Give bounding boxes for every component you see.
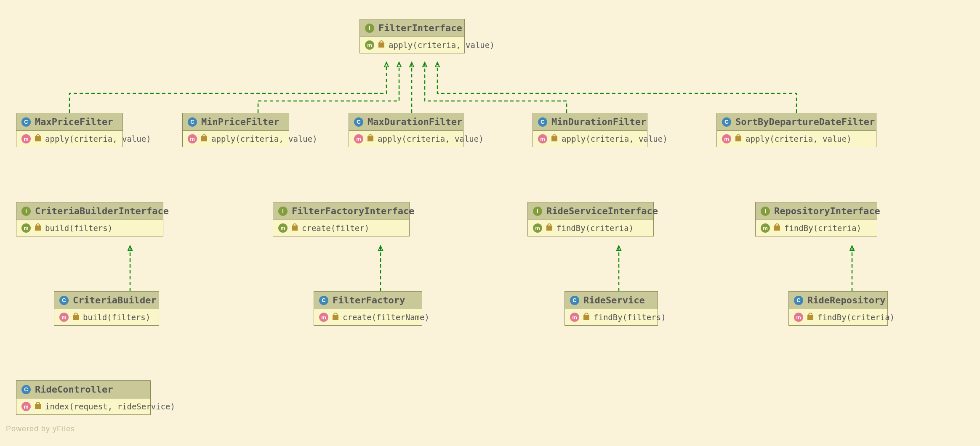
class-name: MinDurationFilter: [551, 117, 646, 127]
class-max-price-filter[interactable]: C MaxPriceFilter m apply(criteria, value…: [16, 113, 123, 147]
method-row: m apply(criteria, value): [717, 131, 876, 147]
method-signature: apply(criteria, value): [378, 134, 484, 143]
class-criteria-builder-interface[interactable]: I CriteriaBuilderInterface m build(filte…: [16, 202, 163, 236]
interface-icon: I: [21, 207, 31, 216]
class-icon: C: [538, 117, 547, 127]
class-filter-factory-interface[interactable]: I FilterFactoryInterface m create(filter…: [273, 202, 410, 236]
class-icon: C: [21, 117, 31, 127]
method-icon: m: [794, 313, 803, 322]
method-row: m create(filterName): [314, 309, 422, 325]
class-ride-service-interface[interactable]: I RideServiceInterface m findBy(criteria…: [527, 202, 654, 236]
class-criteria-builder[interactable]: C CriteriaBuilder m build(filters): [54, 291, 159, 326]
class-name: FilterInterface: [378, 23, 462, 33]
lock-icon: [378, 42, 384, 48]
lock-icon: [807, 315, 813, 320]
class-icon: C: [722, 117, 731, 127]
method-signature: apply(criteria, value): [746, 134, 852, 143]
method-signature: findBy(filters): [594, 313, 666, 322]
method-signature: create(filter): [302, 223, 369, 233]
method-row: m apply(criteria, value): [183, 131, 289, 147]
class-ride-service[interactable]: C RideService m findBy(filters): [565, 291, 658, 326]
lock-icon: [368, 136, 373, 141]
class-filter-factory[interactable]: C FilterFactory m create(filterName): [314, 291, 422, 326]
class-header: I RideServiceInterface: [528, 202, 653, 220]
class-icon: C: [21, 385, 31, 394]
method-icon: m: [538, 134, 547, 143]
class-max-duration-filter[interactable]: C MaxDurationFilter m apply(criteria, va…: [349, 113, 463, 147]
lock-icon: [35, 136, 41, 141]
method-icon: m: [21, 223, 31, 233]
method-icon: m: [533, 223, 542, 233]
lock-icon: [35, 404, 41, 409]
method-row: m create(filter): [273, 220, 409, 236]
lock-icon: [73, 315, 79, 320]
method-signature: build(filters): [83, 313, 150, 322]
class-name: FilterFactoryInterface: [292, 206, 414, 216]
class-name: FilterFactory: [333, 295, 405, 305]
class-header: C MinPriceFilter: [183, 113, 289, 131]
method-row: m apply(criteria, value): [16, 131, 122, 147]
class-name: MinPriceFilter: [201, 117, 279, 127]
class-header: I FilterFactoryInterface: [273, 202, 409, 220]
method-icon: m: [354, 134, 363, 143]
class-name: SortByDepartureDateFilter: [735, 117, 875, 127]
method-row: m apply(criteria, value): [360, 37, 464, 53]
method-icon: m: [278, 223, 288, 233]
method-signature: apply(criteria, value): [389, 40, 495, 50]
method-icon: m: [761, 223, 770, 233]
method-row: m findBy(criteria): [789, 309, 887, 325]
method-signature: apply(criteria, value): [45, 134, 151, 143]
method-icon: m: [59, 313, 69, 322]
lock-icon: [292, 226, 298, 231]
interface-icon: I: [761, 207, 770, 216]
class-header: I RepositoryInterface: [756, 202, 877, 220]
method-signature: apply(criteria, value): [562, 134, 668, 143]
class-name: RideController: [35, 384, 113, 395]
method-row: m index(request, rideService): [16, 398, 150, 414]
interface-icon: I: [365, 24, 374, 33]
method-signature: apply(criteria, value): [211, 134, 317, 143]
class-header: C RideRepository: [789, 292, 887, 309]
method-icon: m: [570, 313, 579, 322]
class-ride-repository[interactable]: C RideRepository m findBy(criteria): [788, 291, 888, 326]
method-row: m build(filters): [54, 309, 159, 325]
lock-icon: [583, 315, 589, 320]
class-ride-controller[interactable]: C RideController m index(request, rideSe…: [16, 380, 151, 415]
class-min-price-filter[interactable]: C MinPriceFilter m apply(criteria, value…: [182, 113, 289, 147]
method-row: m findBy(criteria): [756, 220, 877, 236]
class-name: MaxDurationFilter: [368, 117, 462, 127]
class-min-duration-filter[interactable]: C MinDurationFilter m apply(criteria, va…: [533, 113, 647, 147]
class-header: C CriteriaBuilder: [54, 292, 159, 309]
interface-icon: I: [533, 207, 542, 216]
method-signature: index(request, rideService): [45, 402, 175, 411]
method-icon: m: [722, 134, 731, 143]
class-header: I CriteriaBuilderInterface: [16, 202, 163, 220]
class-icon: C: [319, 296, 328, 305]
class-name: RideServiceInterface: [546, 206, 658, 216]
class-name: RideRepository: [807, 295, 885, 305]
method-icon: m: [21, 402, 31, 411]
lock-icon: [546, 226, 552, 231]
method-row: m build(filters): [16, 220, 163, 236]
method-icon: m: [188, 134, 197, 143]
class-header: C MaxPriceFilter: [16, 113, 122, 131]
class-icon: C: [570, 296, 579, 305]
class-repository-interface[interactable]: I RepositoryInterface m findBy(criteria): [755, 202, 877, 236]
class-name: RepositoryInterface: [774, 206, 880, 216]
class-icon: C: [188, 117, 197, 127]
method-icon: m: [319, 313, 328, 322]
method-signature: findBy(criteria): [557, 223, 634, 233]
method-row: m findBy(filters): [565, 309, 658, 325]
class-name: RideService: [583, 295, 645, 305]
class-name: CriteriaBuilder: [73, 295, 157, 305]
method-row: m apply(criteria, value): [349, 131, 463, 147]
method-row: m findBy(criteria): [528, 220, 653, 236]
lock-icon: [774, 226, 780, 231]
class-icon: C: [794, 296, 803, 305]
lock-icon: [201, 136, 207, 141]
class-header: C RideService: [565, 292, 658, 309]
method-signature: findBy(criteria): [818, 313, 895, 322]
class-sort-by-departure-date-filter[interactable]: C SortByDepartureDateFilter m apply(crit…: [716, 113, 876, 147]
method-signature: create(filterName): [343, 313, 429, 322]
class-filter-interface[interactable]: I FilterInterface m apply(criteria, valu…: [360, 19, 465, 53]
